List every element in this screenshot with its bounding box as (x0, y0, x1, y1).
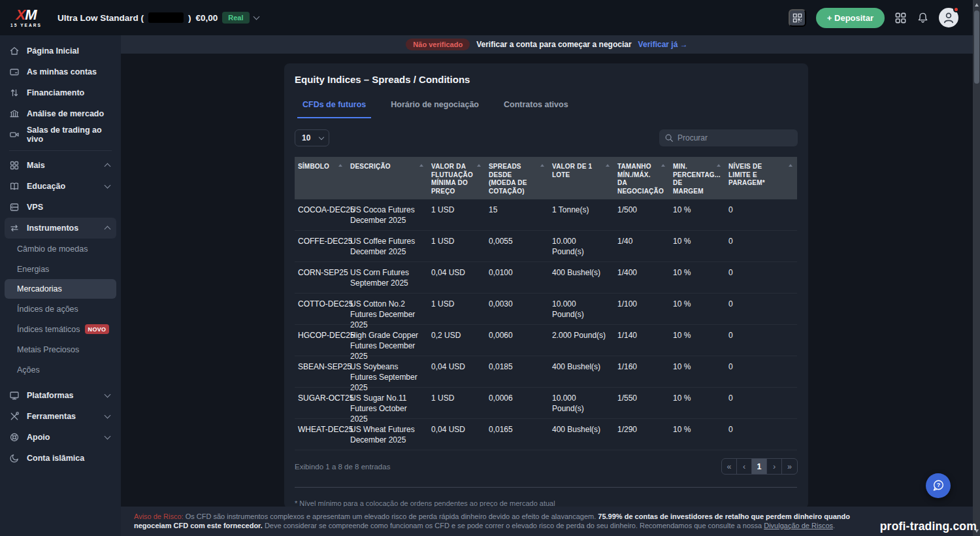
sidebar-subitem-acoes[interactable]: Ações (0, 360, 121, 380)
sidebar-item-conta-islamica[interactable]: Conta islâmica (0, 448, 121, 469)
sort-icon (338, 164, 342, 167)
next-page-button[interactable]: › (767, 459, 782, 474)
xm-logo-text: XM (16, 8, 36, 22)
sidebar-item-apoio[interactable]: Apoio (0, 427, 121, 448)
risk-text-2: Deve considerar se compreende como funci… (265, 522, 762, 529)
search-input[interactable] (678, 133, 792, 142)
sidebar-item-pagina-inicial[interactable]: Página Inicial (0, 41, 121, 61)
topbar-actions: + Depositar (789, 8, 958, 28)
deposit-button[interactable]: + Depositar (816, 8, 885, 28)
sidebar-item-plataformas[interactable]: Plataformas (0, 385, 121, 406)
cell-levels: 0 (725, 231, 797, 261)
column-label: VALOR DA FLUTUAÇÃO MÍNIMA DO PREÇO (431, 163, 473, 195)
sidebar-item-label: As minhas contas (27, 67, 97, 76)
book-icon (9, 181, 20, 192)
sidebar-subitem-label: Metais Preciosos (17, 345, 79, 354)
sidebar-subitem-energias[interactable]: Energias (0, 259, 121, 279)
notification-dot (953, 7, 959, 12)
sidebar-item-educacao[interactable]: Educação (0, 176, 121, 197)
search-icon (664, 133, 674, 142)
sidebar-item-vps[interactable]: VPS (0, 197, 121, 218)
first-page-button[interactable]: « (722, 459, 737, 474)
account-balance: €0,00 (196, 13, 218, 23)
sidebar-item-analise-de-mercado[interactable]: Análise de mercado (0, 103, 121, 124)
last-page-button[interactable]: » (782, 459, 797, 474)
cell-tick-value: 1 USD (428, 199, 485, 230)
account-selector[interactable]: Ultra Low Standard ( ) €0,00 Real (57, 12, 259, 24)
apps-grid-icon (894, 12, 907, 24)
sidebar-subitem-indices-de-acoes[interactable]: Índices de ações (0, 299, 121, 319)
account-name: Ultra Low Standard ( (57, 13, 144, 23)
cell-lot-value: 400 Bushel(s) (549, 262, 614, 293)
scroll-up-arrow[interactable] (973, 1, 980, 9)
column-header-min-percentagem-margem[interactable]: MIN. PERCENTAG... DE MARGEM (670, 157, 725, 199)
table-row: HGCOP-DEC25 High Grade Copper Futures De… (295, 325, 797, 356)
sidebar-subitem-metais-preciosos[interactable]: Metais Preciosos (0, 339, 121, 360)
column-label: NÍVEIS DE LIMITE E PARAGEM* (728, 163, 770, 188)
bank-icon (9, 109, 20, 119)
sidebar-item-financiamento[interactable]: Financiamento (0, 82, 121, 103)
sidebar-subitem-label: Índices de ações (17, 305, 78, 314)
sidebar-subitem-indices-tematicos[interactable]: Índices temáticos NOVO (0, 319, 121, 339)
column-label: MIN. PERCENTAG... DE MARGEM (673, 163, 721, 195)
page-scrollbar[interactable] (973, 0, 980, 536)
apps-grid-button[interactable] (894, 12, 907, 24)
sidebar-subitem-cambio-de-moedas[interactable]: Câmbio de moedas (0, 239, 121, 259)
profile-menu-button[interactable] (939, 8, 958, 27)
sidebar-item-ferramentas[interactable]: Ferramentas (0, 406, 121, 427)
notifications-button[interactable] (917, 12, 929, 24)
chat-bubble-icon: ? (931, 478, 945, 493)
app-screen: XM 15 YEARS Ultra Low Standard ( ) €0,00… (0, 0, 980, 536)
grid-icon (9, 160, 20, 171)
novo-badge: NOVO (85, 324, 110, 334)
page-size-select[interactable]: 10 (295, 129, 329, 146)
cell-min-max: 1/290 (614, 419, 670, 450)
tab-horario-de-negociacao[interactable]: Horário de negociação (385, 100, 484, 118)
table-header-row: SÍMBOLO DESCRIÇÃO VALOR DA FLUTUAÇÃO MÍN… (295, 157, 797, 199)
sidebar-item-label: Financiamento (27, 88, 84, 97)
moon-icon (9, 453, 20, 463)
sidebar-divider (9, 150, 112, 151)
sidebar-subitem-mercadorias[interactable]: Mercadorias (5, 279, 116, 299)
tab-cfds-de-futuros[interactable]: CFDs de futuros (297, 100, 371, 118)
xm-logo: XM 15 YEARS (10, 8, 42, 27)
sort-icon (419, 164, 423, 167)
column-header-niveis-limite-paragem[interactable]: NÍVEIS DE LIMITE E PARAGEM* (725, 157, 797, 199)
sidebar-item-label: Instrumentos (27, 224, 78, 233)
watermark: profi-trading.com (880, 520, 977, 533)
page-number-button[interactable]: 1 (752, 459, 767, 474)
sidebar-item-instrumentos[interactable]: Instrumentos (5, 218, 116, 239)
qr-code-button[interactable] (789, 9, 806, 27)
home-icon (9, 46, 20, 56)
cell-spread: 0,0100 (485, 262, 549, 293)
sidebar-subitem-label: Energias (17, 265, 49, 274)
cell-margin: 10 % (670, 231, 725, 261)
qr-code-icon (792, 13, 802, 23)
prev-page-button[interactable]: ‹ (737, 459, 752, 474)
cell-min-max: 1/40 (614, 231, 670, 261)
column-header-tamanho-min-max[interactable]: TAMANHO MÍN./MÁX. DA NEGOCIAÇÃO (614, 157, 670, 199)
column-header-valor-flutuacao[interactable]: VALOR DA FLUTUAÇÃO MÍNIMA DO PREÇO (428, 157, 485, 199)
scrollbar-thumb[interactable] (974, 10, 979, 84)
tab-contratos-ativos[interactable]: Contratos ativos (498, 100, 574, 118)
sidebar-item-salas-de-trading[interactable]: Salas de trading ao vivo (0, 124, 121, 145)
life-ring-icon (9, 432, 20, 443)
chevron-down-icon (105, 433, 111, 440)
verify-now-link[interactable]: Verificar já → (638, 40, 688, 49)
column-header-valor-1-lote[interactable]: VALOR DE 1 LOTE (549, 157, 614, 199)
chat-support-button[interactable]: ? (926, 473, 951, 498)
column-header-descricao[interactable]: DESCRIÇÃO (347, 157, 428, 199)
risk-disclosure-link[interactable]: Divulgação de Riscos (764, 522, 833, 529)
sidebar-item-label: Ferramentas (27, 412, 76, 421)
chevron-down-icon (319, 134, 324, 139)
table-row: COFFE-DEC25 US Coffee Futures December 2… (295, 231, 797, 262)
sidebar-item-mais[interactable]: Mais (0, 155, 121, 176)
sidebar-item-as-minhas-contas[interactable]: As minhas contas (0, 61, 121, 82)
column-header-spreads-desde[interactable]: SPREADS DESDE (MOEDA DE COTAÇÃO) (485, 157, 549, 199)
cell-levels: 0 (725, 419, 797, 450)
account-name-close: ) (188, 13, 191, 23)
column-header-simbolo[interactable]: SÍMBOLO (295, 157, 347, 199)
search-box (659, 129, 798, 146)
chevron-down-icon (105, 412, 111, 419)
sidebar-bottom-group: Plataformas Ferramentas Apoio Conta islâ… (0, 385, 121, 469)
